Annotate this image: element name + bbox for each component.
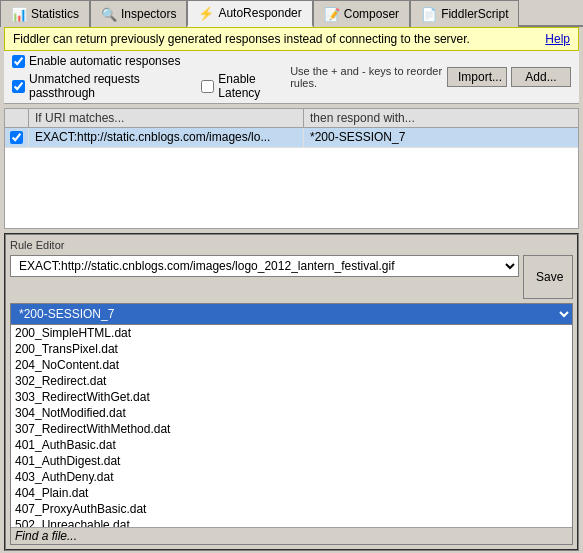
unmatched-checkbox[interactable] — [12, 80, 25, 93]
tab-fiddlerscript[interactable]: 📄 FiddlerScript — [410, 0, 519, 27]
th-if-uri: If URI matches... — [29, 109, 304, 127]
composer-icon: 📝 — [324, 7, 340, 22]
list-item-401-basic[interactable]: 401_AuthBasic.dat — [11, 437, 572, 453]
response-list[interactable]: 200_SimpleHTML.dat 200_TransPixel.dat 20… — [10, 325, 573, 545]
response-area: *200-SESSION_7 200_SimpleHTML.dat 200_Tr… — [10, 303, 573, 545]
inspectors-icon: 🔍 — [101, 7, 117, 22]
options-left: Enable automatic responses Unmatched req… — [12, 54, 290, 100]
tab-composer[interactable]: 📝 Composer — [313, 0, 410, 27]
tab-composer-label: Composer — [344, 7, 399, 21]
enable-auto-row: Enable automatic responses — [12, 54, 290, 68]
unmatched-label: Unmatched requests passthrough — [29, 72, 185, 100]
uri-row: EXACT:http://static.cnblogs.com/images/l… — [10, 255, 573, 299]
list-item-302[interactable]: 302_Redirect.dat — [11, 373, 572, 389]
enable-auto-label: Enable automatic responses — [29, 54, 180, 68]
list-item-307[interactable]: 307_RedirectWithMethod.dat — [11, 421, 572, 437]
tab-inspectors[interactable]: 🔍 Inspectors — [90, 0, 187, 27]
list-item-401-digest[interactable]: 401_AuthDigest.dat — [11, 453, 572, 469]
rule-editor: Rule Editor EXACT:http://static.cnblogs.… — [4, 233, 579, 551]
tab-autoresponder[interactable]: ⚡ AutoResponder — [187, 0, 312, 27]
autoresponder-icon: ⚡ — [198, 6, 214, 21]
enable-latency-label: Enable Latency — [218, 72, 290, 100]
list-item-304[interactable]: 304_NotModified.dat — [11, 405, 572, 421]
fiddlerscript-icon: 📄 — [421, 7, 437, 22]
uri-dropdown[interactable]: EXACT:http://static.cnblogs.com/images/l… — [10, 255, 519, 277]
tab-autoresponder-label: AutoResponder — [218, 6, 301, 20]
import-button[interactable]: Import... — [447, 67, 507, 87]
tab-bar: 📊 Statistics 🔍 Inspectors ⚡ AutoResponde… — [0, 0, 583, 27]
th-then-respond: then respond with... — [304, 109, 578, 127]
info-bar-message: Fiddler can return previously generated … — [13, 32, 470, 46]
statistics-icon: 📊 — [11, 7, 27, 22]
find-file-item[interactable]: Find a file... — [11, 527, 572, 544]
options-bar: Enable automatic responses Unmatched req… — [4, 51, 579, 104]
row-checkbox[interactable] — [10, 131, 23, 144]
response-row: *200-SESSION_7 200_SimpleHTML.dat 200_Tr… — [10, 303, 573, 545]
rule-editor-title: Rule Editor — [10, 239, 573, 251]
row-checkbox-cell — [5, 128, 29, 147]
unmatched-row: Unmatched requests passthrough Enable La… — [12, 72, 290, 100]
table-header: If URI matches... then respond with... — [5, 109, 578, 128]
table-content: EXACT:http://static.cnblogs.com/images/l… — [5, 128, 578, 228]
row-then-respond: *200-SESSION_7 — [304, 128, 578, 147]
enable-latency-checkbox[interactable] — [201, 80, 214, 93]
reorder-hint: Use the + and - keys to reorder rules. — [290, 65, 443, 89]
tab-statistics-label: Statistics — [31, 7, 79, 21]
options-right: Use the + and - keys to reorder rules. I… — [290, 65, 571, 89]
list-item-403[interactable]: 403_AuthDeny.dat — [11, 469, 572, 485]
main-content: Fiddler can return previously generated … — [0, 27, 583, 553]
tab-fiddlerscript-label: FiddlerScript — [441, 7, 508, 21]
help-link[interactable]: Help — [545, 32, 570, 46]
th-checkbox — [5, 109, 29, 127]
tab-statistics[interactable]: 📊 Statistics — [0, 0, 90, 27]
table-row[interactable]: EXACT:http://static.cnblogs.com/images/l… — [5, 128, 578, 148]
list-item-303[interactable]: 303_RedirectWithGet.dat — [11, 389, 572, 405]
rules-table: If URI matches... then respond with... E… — [4, 108, 579, 229]
list-item-200-simple[interactable]: 200_SimpleHTML.dat — [11, 325, 572, 341]
list-item-404[interactable]: 404_Plain.dat — [11, 485, 572, 501]
enable-auto-checkbox[interactable] — [12, 55, 25, 68]
list-item-200-trans[interactable]: 200_TransPixel.dat — [11, 341, 572, 357]
list-item-407[interactable]: 407_ProxyAuthBasic.dat — [11, 501, 572, 517]
save-button[interactable]: Save — [523, 255, 573, 299]
response-dropdown[interactable]: *200-SESSION_7 — [10, 303, 573, 325]
list-item-204[interactable]: 204_NoContent.dat — [11, 357, 572, 373]
tab-inspectors-label: Inspectors — [121, 7, 176, 21]
info-bar: Fiddler can return previously generated … — [4, 27, 579, 51]
row-if-uri: EXACT:http://static.cnblogs.com/images/l… — [29, 128, 304, 147]
add-button[interactable]: Add... — [511, 67, 571, 87]
